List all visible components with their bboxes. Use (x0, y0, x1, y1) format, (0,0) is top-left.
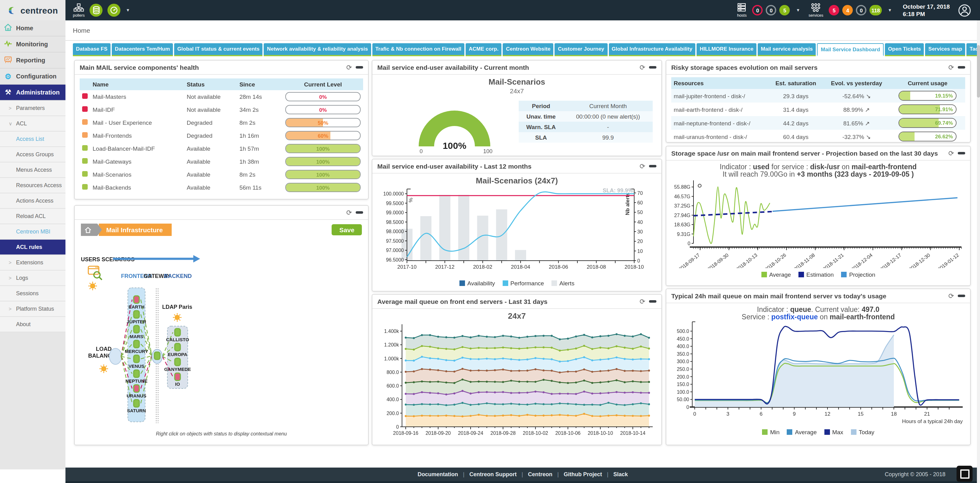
legend-item-estimation[interactable]: Estimation (799, 271, 834, 278)
breadcrumb[interactable]: Home (73, 27, 980, 34)
minimize-icon[interactable] (356, 66, 363, 69)
sidebar-item-home[interactable]: Home (0, 21, 65, 37)
tab-global-infrastructure-availability[interactable]: Global Infrastructure Availability (609, 43, 695, 56)
footer-link-github-project[interactable]: Github Project (564, 471, 602, 477)
minimize-icon[interactable] (958, 152, 965, 155)
tab-mail-service-dashboard[interactable]: Mail Service Dashboard (817, 43, 884, 56)
legend-item-average[interactable]: Average (787, 429, 817, 435)
legend-item-min[interactable]: Min (762, 429, 780, 435)
tab-hillmore-insurance[interactable]: HILLMORE Insurance (697, 43, 756, 56)
save-button[interactable]: Save (332, 224, 362, 235)
tab-datacenters-tem-hum[interactable]: Datacenters Tem/Hum (112, 43, 173, 56)
refresh-icon[interactable]: ⟳ (640, 298, 645, 305)
sidebar-subitem-reload-acl[interactable]: Reload ACL (0, 209, 65, 224)
sidebar-subitem-access-groups[interactable]: Access Groups (0, 147, 65, 163)
map-title-tag[interactable]: Mail Infrastructure (99, 223, 171, 236)
database-status-button[interactable] (89, 4, 102, 17)
legend-item-today[interactable]: Today (851, 429, 874, 435)
tab-open-tickets[interactable]: Open Tickets (885, 43, 924, 56)
services-chevron-down-icon[interactable]: ▾ (889, 7, 891, 13)
tab-global-it-status-current-events[interactable]: Global IT status & current events (174, 43, 262, 56)
sidebar-subitem-about[interactable]: About (0, 317, 65, 332)
legend-item-alerts[interactable]: Alerts (552, 280, 574, 287)
legend-item-projection[interactable]: Projection (841, 271, 875, 278)
services-badge-0[interactable]: 5 (829, 5, 839, 16)
sidebar-subitem-acl[interactable]: ∨ACL (0, 116, 65, 132)
tab-database-fs[interactable]: Database FS (73, 43, 111, 56)
panel-title: Main MAIL service components' health (80, 64, 199, 71)
refresh-icon[interactable]: ⟳ (948, 292, 954, 299)
cell-status: Not available (185, 103, 237, 116)
refresh-icon[interactable]: ⟳ (640, 163, 645, 169)
scrollbar-thumb[interactable] (977, 45, 980, 97)
services-badge-1[interactable]: 4 (842, 5, 853, 16)
sidebar-subitem-menus-access[interactable]: Menus Access (0, 163, 65, 178)
sidebar-subitem-access-list[interactable]: Access List (0, 132, 65, 147)
refresh-icon[interactable]: ⟳ (640, 64, 645, 71)
sidebar-subitem-acl-rules[interactable]: ACL rules (0, 240, 65, 255)
services-menu[interactable]: services (809, 3, 824, 17)
footer-link-centreon[interactable]: Centreon (528, 471, 552, 477)
legend-item-availability[interactable]: Availability (460, 280, 495, 287)
legend-item-max[interactable]: Max (824, 429, 843, 435)
minimize-icon[interactable] (649, 300, 656, 303)
svg-text:18: 18 (891, 411, 897, 417)
svg-text:BACKEND: BACKEND (164, 273, 192, 279)
sidebar-subitem-centreon-mbi[interactable]: Centreon MBI (0, 224, 65, 240)
footer-link-documentation[interactable]: Documentation (418, 471, 458, 477)
hosts-menu[interactable]: hosts (737, 3, 747, 17)
trend-down-icon: ↘ (866, 92, 871, 99)
minimize-icon[interactable] (649, 165, 656, 167)
legend-item-average[interactable]: Average (761, 271, 791, 278)
latency-status-button[interactable] (107, 4, 121, 17)
services-badge-3[interactable]: 118 (869, 5, 881, 16)
minimize-icon[interactable] (958, 295, 965, 297)
sidebar-subitem-sessions[interactable]: Sessions (0, 286, 65, 301)
pollers-button[interactable]: pollers (73, 3, 84, 17)
scrollbar-track[interactable] (977, 21, 980, 483)
hosts-chevron-down-icon[interactable]: ▾ (797, 7, 799, 13)
tab-services-map[interactable]: Services map (925, 43, 966, 56)
legend-item-performance[interactable]: Performance (502, 280, 544, 287)
centreon-logo[interactable]: centreon (0, 0, 65, 21)
sidebar-subitem-platform-status[interactable]: >Platform Status (0, 301, 65, 317)
tab-trafic-nb-connection-on-firewall[interactable]: Trafic & Nb connection on Firewall (372, 43, 465, 56)
tab-centreon-website[interactable]: Centreon Website (503, 43, 554, 56)
footer-link-centreon-support[interactable]: Centreon Support (469, 471, 517, 477)
refresh-icon[interactable]: ⟳ (948, 150, 954, 156)
time-text: 6:18 PM (903, 10, 950, 18)
minimize-icon[interactable] (958, 66, 965, 69)
sidebar-item-configuration[interactable]: ⚙Configuration (0, 69, 65, 84)
copyright-text: Copyright © 2005 - 2018 (885, 471, 945, 477)
panel-storage-projection: Storage space /usr on main mail frontend… (666, 146, 971, 286)
tab-acme-corp-[interactable]: ACME corp. (466, 43, 501, 56)
minimize-icon[interactable] (649, 66, 656, 69)
info-key: SLA (519, 132, 563, 143)
sidebar-subitem-resources-access[interactable]: Resources Access (0, 178, 65, 193)
sidebar-subitem-extensions[interactable]: >Extensions (0, 255, 65, 271)
sidebar-subitem-logs[interactable]: >Logs (0, 271, 65, 286)
user-avatar-icon[interactable] (958, 3, 971, 17)
hosts-badge-0[interactable]: 0 (752, 5, 763, 16)
sidebar-subitem-parameters[interactable]: >Parameters (0, 101, 65, 116)
sidebar-subitem-actions-access[interactable]: Actions Access (0, 193, 65, 209)
services-badge-2[interactable]: 0 (856, 5, 866, 16)
sidebar-subitem-label: Logs (16, 275, 28, 281)
sidebar-item-administration[interactable]: ⚒Administration (0, 84, 65, 101)
refresh-icon[interactable]: ⟳ (948, 64, 954, 71)
dashboard-board: Main MAIL service components' health ⟳ N… (65, 57, 980, 448)
minimize-icon[interactable] (356, 211, 363, 214)
hosts-badge-1[interactable]: 0 (766, 5, 776, 16)
sidebar-item-reporting[interactable]: Reporting (0, 53, 65, 69)
tab-customer-journey[interactable]: Customer Journey (555, 43, 607, 56)
poller-chevron-down-icon[interactable]: ▾ (127, 7, 129, 13)
sidebar-item-monitoring[interactable]: Monitoring (0, 37, 65, 53)
tab-mail-service-analysis[interactable]: Mail service analysis (758, 43, 816, 56)
footer-link-slack[interactable]: Slack (613, 471, 628, 477)
hosts-badge-2[interactable]: 5 (780, 5, 790, 16)
refresh-icon[interactable]: ⟳ (347, 209, 352, 216)
panel-title: Mail service end-user availability - Cur… (377, 64, 529, 71)
fullscreen-corner-button[interactable] (956, 466, 973, 482)
refresh-icon[interactable]: ⟳ (347, 64, 352, 71)
tab-network-availability-reliability-analysis[interactable]: Network availability & reliability analy… (264, 43, 371, 56)
